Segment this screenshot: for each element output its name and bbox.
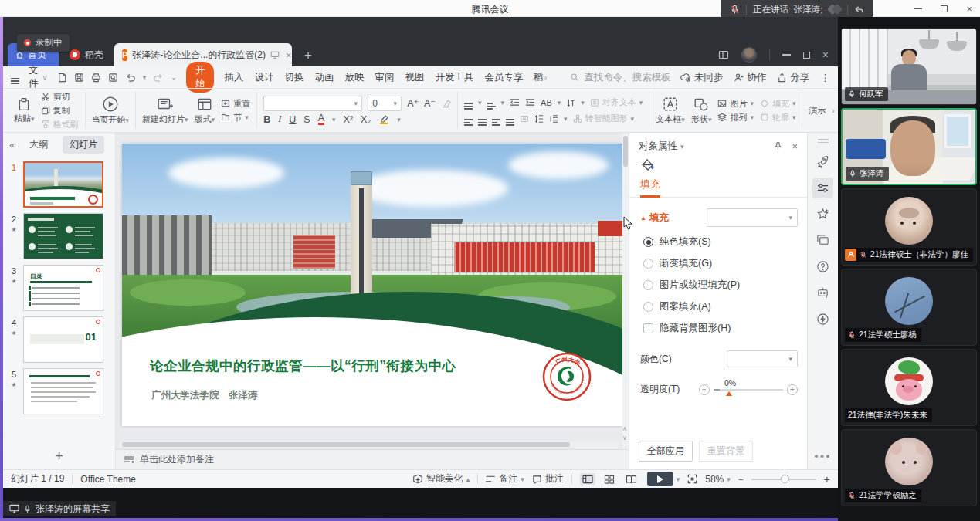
minimize-button[interactable]: [914, 8, 922, 9]
menu-view[interactable]: 视图: [404, 69, 425, 86]
zoom-in-button[interactable]: +: [824, 473, 830, 485]
font-size-select[interactable]: 0▾: [368, 96, 402, 111]
undo-caret[interactable]: ▾: [143, 73, 147, 81]
format-painter-button[interactable]: 格式刷: [41, 119, 79, 130]
notes-bar[interactable]: 单击此处添加备注: [116, 449, 629, 469]
textbox-button[interactable]: 文本框▾: [656, 96, 685, 125]
wps-close-button[interactable]: ×: [822, 49, 829, 61]
quick-tools-rocket-icon[interactable]: [816, 155, 829, 168]
zoom-level[interactable]: 58%▾: [705, 474, 731, 485]
menu-devtools[interactable]: 开发工具: [434, 69, 474, 86]
slide-subtitle[interactable]: 广州大学法学院 张泽涛: [151, 389, 258, 402]
to-smart-graphic-button[interactable]: 转智能图形▾: [573, 113, 635, 124]
help-icon[interactable]: [816, 260, 829, 273]
wps-restore-button[interactable]: [803, 52, 810, 59]
decrease-font-icon[interactable]: A⁻: [424, 97, 436, 109]
arrange-button[interactable]: 排列▾: [717, 112, 754, 123]
menu-review[interactable]: 审阅: [374, 69, 395, 86]
panel-close-icon[interactable]: ×: [792, 141, 798, 152]
menu-animation[interactable]: 动画: [314, 69, 334, 86]
slide-title[interactable]: 论企业合规中的行政监管——以“行刑”衔接为中心: [150, 357, 456, 375]
drag-handle-icon[interactable]: [818, 139, 829, 143]
more-panels-icon[interactable]: ●●●: [808, 452, 838, 460]
new-doc-icon[interactable]: [57, 73, 67, 83]
menu-docer-more[interactable]: 稻›: [533, 71, 547, 84]
assistant-robot-icon[interactable]: [816, 286, 829, 299]
expand-chevron-icon[interactable]: ›: [832, 107, 834, 115]
zoom-out-button[interactable]: −: [738, 474, 744, 485]
slide-thumbnail-5[interactable]: [23, 368, 103, 414]
play-options-caret[interactable]: ▾: [677, 475, 680, 483]
slideshow-play-button[interactable]: [647, 472, 673, 486]
object-properties-icon-active[interactable]: [812, 178, 833, 198]
bullet-list-icon[interactable]: [464, 96, 473, 110]
increase-font-icon[interactable]: A⁺: [407, 97, 419, 109]
clear-format-icon[interactable]: [441, 99, 451, 108]
fit-slide-button[interactable]: [687, 474, 697, 484]
radio[interactable]: [643, 259, 653, 269]
print-icon[interactable]: [91, 73, 101, 83]
new-tab-button[interactable]: +: [304, 48, 312, 63]
menu-transition[interactable]: 切换: [283, 69, 304, 86]
share-button[interactable]: 分享: [777, 71, 809, 84]
checkbox[interactable]: [643, 323, 653, 333]
option-hide-background[interactable]: 隐藏背景图形(H): [643, 322, 807, 335]
fill-tab[interactable]: 填充: [640, 178, 660, 198]
distribute-icon[interactable]: [520, 114, 529, 123]
participant-tile[interactable]: 21法律硕士（非法学）廖佳: [841, 188, 977, 266]
tab-outline[interactable]: 大纲: [22, 136, 55, 154]
theme-name[interactable]: Office Theme: [80, 474, 136, 485]
copy-button[interactable]: 复制: [41, 105, 79, 117]
bold-button[interactable]: B: [263, 114, 270, 125]
participant-video-tile[interactable]: 何跃军: [841, 28, 977, 105]
reset-button[interactable]: 重置: [221, 98, 250, 110]
next-slide-button[interactable]: ∨: [621, 435, 629, 441]
sync-status[interactable]: 未同步: [680, 71, 724, 84]
align-left-icon[interactable]: [464, 112, 473, 126]
radio[interactable]: [643, 302, 653, 312]
reading-view-button[interactable]: [623, 473, 639, 485]
decrease-transparency-button[interactable]: −: [699, 384, 710, 395]
fill-button[interactable]: 填充▾: [760, 98, 796, 110]
undo-icon[interactable]: [125, 73, 136, 83]
font-color-button[interactable]: A: [318, 113, 324, 126]
prev-slide-button[interactable]: ∧: [621, 425, 629, 432]
option-solid-fill[interactable]: 纯色填充(S): [643, 235, 807, 249]
tab-close-icon[interactable]: ×: [286, 49, 292, 61]
scrollbar-thumb[interactable]: [623, 136, 628, 167]
horizontal-scrollbar[interactable]: [119, 441, 619, 448]
picture-button[interactable]: 图片▾: [717, 98, 754, 110]
option-picture-fill[interactable]: 图片或纹理填充(P): [643, 279, 807, 292]
slide-thumbnail-4[interactable]: 01: [23, 316, 103, 363]
menu-slideshow[interactable]: 放映: [344, 69, 365, 86]
align-text-button[interactable]: 对齐文本▾: [590, 96, 643, 108]
notes-button[interactable]: 备注 ▾: [486, 472, 524, 485]
participant-tile[interactable]: 21法律(非法学)朱未来: [841, 349, 977, 426]
radio[interactable]: [643, 280, 653, 290]
participant-video-tile-speaking[interactable]: 张泽涛: [841, 108, 977, 185]
play-from-current-button[interactable]: 当页开始▾: [92, 96, 130, 126]
layout-button[interactable]: 版式▾: [195, 96, 215, 125]
slide-thumbnail-2[interactable]: [23, 213, 103, 259]
quick-access-more[interactable]: ⌄: [171, 73, 177, 81]
increase-indent-icon[interactable]: [525, 98, 535, 107]
decrease-indent-icon[interactable]: [510, 98, 520, 107]
collaborate-button[interactable]: 协作: [734, 71, 766, 84]
print-preview-icon[interactable]: [108, 73, 118, 83]
zoom-slider[interactable]: [751, 479, 816, 480]
paragraph-spacing-icon[interactable]: [549, 114, 558, 123]
font-family-select[interactable]: ▾: [263, 96, 362, 111]
panel-title-caret[interactable]: ▾: [680, 143, 684, 151]
participant-tile[interactable]: 21法学学硕励之: [841, 429, 977, 506]
justify-icon[interactable]: [506, 112, 514, 126]
color-select[interactable]: ▾: [727, 350, 798, 367]
apply-all-button[interactable]: 全部应用: [639, 441, 693, 462]
more-menu-icon[interactable]: ⋮: [820, 72, 830, 83]
university-logo[interactable]: 广州大学 GUANGZHOU UNIVERSITY: [542, 352, 592, 401]
align-center-icon[interactable]: [478, 112, 487, 126]
fill-section-header[interactable]: ▲ 填充 ▾: [640, 208, 798, 227]
smart-beautify-button[interactable]: 智能美化 ▴: [412, 472, 470, 485]
pin-icon[interactable]: [773, 141, 783, 151]
align-right-icon[interactable]: [492, 112, 500, 126]
section-button[interactable]: 节▾: [221, 112, 250, 123]
